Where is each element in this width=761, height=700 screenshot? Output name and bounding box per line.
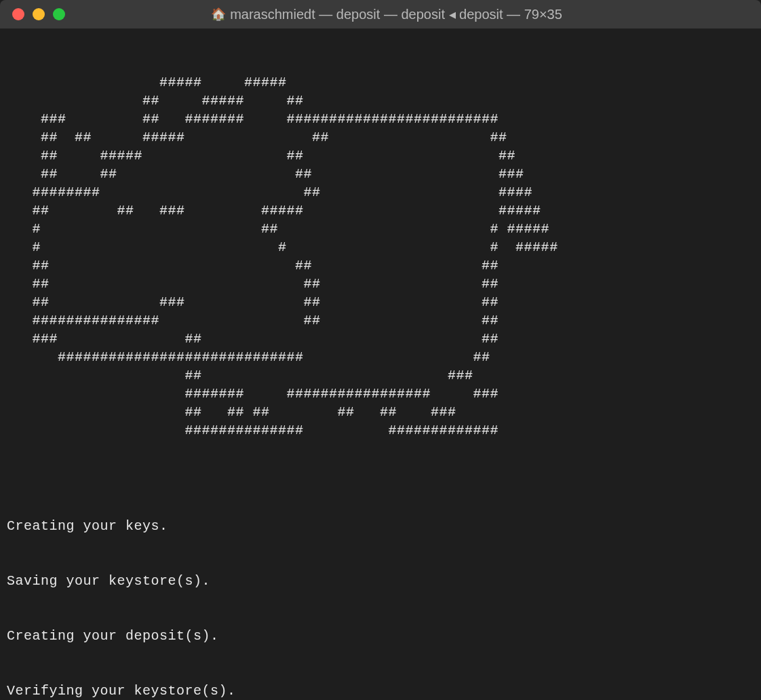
close-button[interactable] (12, 8, 24, 20)
terminal-window: 🏠 maraschmiedt — deposit — deposit ◂ dep… (0, 0, 761, 700)
ascii-art: ##### ##### ## ##### ## ### ## ####### #… (7, 73, 754, 440)
titlebar: 🏠 maraschmiedt — deposit — deposit ◂ dep… (0, 0, 761, 28)
status-line: Creating your keys. (7, 517, 754, 535)
status-line: Verifying your keystore(s). (7, 682, 754, 700)
home-icon: 🏠 (211, 7, 226, 22)
status-line: Saving your keystore(s). (7, 572, 754, 590)
window-title-text: maraschmiedt — deposit — deposit ◂ depos… (230, 6, 562, 22)
status-line: Creating your deposit(s). (7, 627, 754, 645)
window-title: 🏠 maraschmiedt — deposit — deposit ◂ dep… (24, 6, 749, 22)
terminal-content[interactable]: ##### ##### ## ##### ## ### ## ####### #… (0, 28, 761, 700)
status-output: Creating your keys. Saving your keystore… (7, 480, 754, 700)
